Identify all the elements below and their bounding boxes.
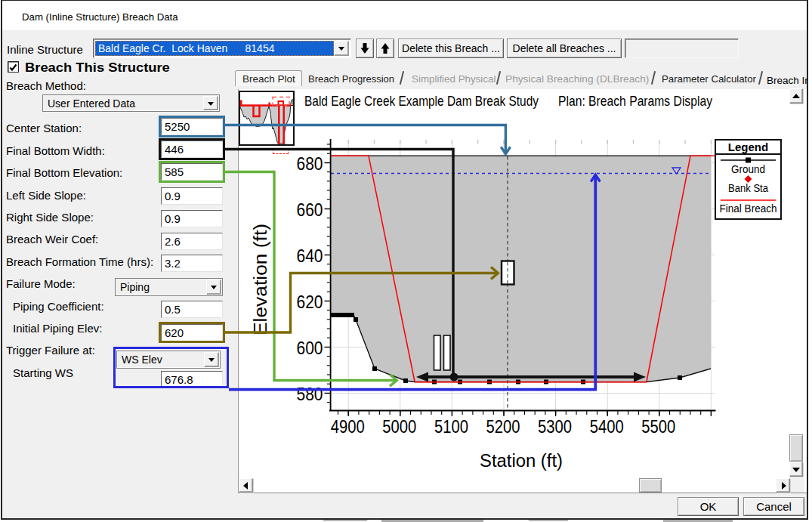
svg-text:Ground: Ground	[731, 163, 765, 175]
svg-text:Final Breach: Final Breach	[720, 202, 777, 215]
svg-text:Bank Sta: Bank Sta	[728, 182, 768, 194]
